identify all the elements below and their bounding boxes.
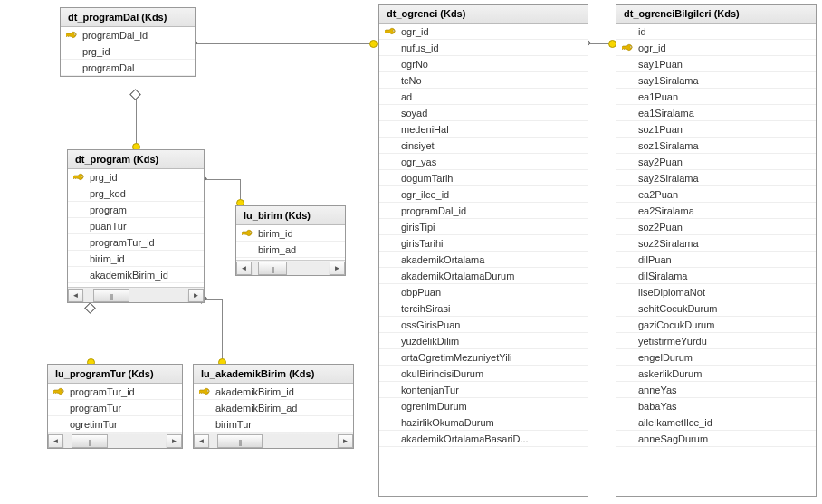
- column-list[interactable]: ogr_idnufus_idogrNotcNoadsoyadmedeniHalc…: [379, 24, 588, 496]
- column-row[interactable]: obpPuan: [379, 284, 588, 300]
- column-row[interactable]: dilPuan: [616, 252, 816, 268]
- column-row[interactable]: babaYas: [616, 398, 816, 414]
- column-name: puanTur: [86, 221, 127, 232]
- column-row[interactable]: programDal_id: [61, 27, 195, 43]
- horizontal-scrollbar[interactable]: ◄ ||| ►: [194, 433, 353, 448]
- column-row[interactable]: ogr_id: [616, 40, 816, 56]
- column-name: kontenjanTur: [397, 385, 459, 395]
- scroll-left-button[interactable]: ◄: [68, 289, 83, 302]
- column-row[interactable]: say2Siralama: [616, 170, 816, 186]
- column-row[interactable]: prg_id: [68, 169, 204, 185]
- column-list[interactable]: idogr_idsay1Puansay1Siralamaea1Puanea1Si…: [616, 24, 816, 496]
- column-row[interactable]: birim_id: [236, 225, 345, 242]
- column-row[interactable]: say1Puan: [616, 56, 816, 72]
- table-title: dt_ogrenci (Kds): [379, 5, 588, 24]
- column-row[interactable]: girisTipi: [379, 219, 588, 235]
- column-row[interactable]: girisTarihi: [379, 235, 588, 252]
- column-row[interactable]: ogrNo: [379, 56, 588, 72]
- column-row[interactable]: program: [68, 202, 204, 218]
- column-row[interactable]: birim_ad: [236, 242, 345, 258]
- column-row[interactable]: akademikOrtalama: [379, 252, 588, 268]
- primary-key-icon: [240, 228, 254, 239]
- column-row[interactable]: cinsiyet: [379, 138, 588, 154]
- scroll-right-button[interactable]: ►: [167, 434, 182, 448]
- column-row[interactable]: soz2Siralama: [616, 235, 816, 252]
- column-row[interactable]: hazirlikOkumaDurum: [379, 414, 588, 431]
- column-row[interactable]: ogretimTur: [48, 416, 182, 433]
- scroll-right-button[interactable]: ►: [330, 262, 345, 275]
- column-row[interactable]: soyad: [379, 105, 588, 121]
- scroll-left-button[interactable]: ◄: [48, 434, 63, 448]
- column-row[interactable]: aileIkametIlce_id: [616, 414, 816, 431]
- column-name: engelDurum: [635, 352, 693, 363]
- column-row[interactable]: akademikBirim_ad: [194, 400, 353, 416]
- column-row[interactable]: birimTur: [194, 416, 353, 433]
- column-row[interactable]: programDal: [61, 60, 195, 76]
- column-row[interactable]: soz1Siralama: [616, 138, 816, 154]
- column-row[interactable]: ea2Puan: [616, 186, 816, 203]
- column-row[interactable]: say1Siralama: [616, 72, 816, 89]
- column-row[interactable]: liseDiplomaNot: [616, 284, 816, 300]
- column-row[interactable]: programTur: [48, 400, 182, 416]
- column-row[interactable]: puanTur: [68, 218, 204, 234]
- column-row[interactable]: medeniHal: [379, 121, 588, 138]
- column-row[interactable]: anneSagDurum: [616, 431, 816, 447]
- scroll-left-button[interactable]: ◄: [236, 262, 252, 275]
- column-row[interactable]: ortaOgretimMezuniyetYili: [379, 349, 588, 366]
- column-row[interactable]: dogumTarih: [379, 170, 588, 186]
- column-row[interactable]: ea1Puan: [616, 89, 816, 105]
- column-row[interactable]: ea1Siralama: [616, 105, 816, 121]
- column-row[interactable]: kontenjanTur: [379, 382, 588, 398]
- column-row[interactable]: sehitCocukDurum: [616, 300, 816, 317]
- horizontal-scrollbar[interactable]: ◄ ||| ►: [48, 433, 182, 448]
- column-row[interactable]: akademikOrtalamaDurum: [379, 268, 588, 284]
- scroll-left-button[interactable]: ◄: [194, 434, 209, 448]
- column-row[interactable]: prg_id: [61, 43, 195, 60]
- column-row[interactable]: tcNo: [379, 72, 588, 89]
- column-row[interactable]: programTur_id: [68, 234, 204, 251]
- horizontal-scrollbar[interactable]: ◄ ||| ►: [68, 287, 204, 302]
- column-name: akademikOrtalama: [397, 254, 484, 265]
- column-row[interactable]: ogrenimDurum: [379, 398, 588, 414]
- column-row[interactable]: nufus_id: [379, 40, 588, 56]
- column-row[interactable]: ossGirisPuan: [379, 317, 588, 333]
- column-name: programTur_id: [86, 237, 155, 248]
- column-row[interactable]: akademikOrtalamaBasariD...: [379, 431, 588, 447]
- column-row[interactable]: id: [616, 24, 816, 40]
- column-row[interactable]: gaziCocukDurum: [616, 317, 816, 333]
- column-row[interactable]: tercihSirasi: [379, 300, 588, 317]
- table-lu-akademikbirim[interactable]: lu_akademikBirim (Kds) akademikBirim_ida…: [193, 364, 354, 449]
- column-row[interactable]: ad: [379, 89, 588, 105]
- column-row[interactable]: soz2Puan: [616, 219, 816, 235]
- column-name: liseDiplomaNot: [635, 287, 705, 298]
- horizontal-scrollbar[interactable]: ◄ ||| ►: [236, 260, 345, 275]
- column-row[interactable]: anneYas: [616, 382, 816, 398]
- column-row[interactable]: birim_id: [68, 251, 204, 267]
- column-row[interactable]: ogr_id: [379, 24, 588, 40]
- column-row[interactable]: ea2Siralama: [616, 203, 816, 219]
- column-name: obpPuan: [397, 287, 441, 298]
- column-row[interactable]: programDal_id: [379, 203, 588, 219]
- column-row[interactable]: yuzdelikDilim: [379, 333, 588, 349]
- column-row[interactable]: akademikBirim_id: [68, 267, 204, 283]
- column-row[interactable]: dilSiralama: [616, 268, 816, 284]
- table-lu-birim[interactable]: lu_birim (Kds) birim_idbirim_ad ◄ ||| ►: [235, 205, 346, 276]
- column-row[interactable]: okulBirincisiDurum: [379, 366, 588, 382]
- table-lu-programtur[interactable]: lu_programTur (Kds) programTur_idprogram…: [47, 364, 183, 449]
- table-dt-ogrencibilgileri[interactable]: dt_ogrenciBilgileri (Kds) idogr_idsay1Pu…: [616, 4, 817, 497]
- column-row[interactable]: soz1Puan: [616, 121, 816, 138]
- column-row[interactable]: askerlikDurum: [616, 366, 816, 382]
- column-row[interactable]: engelDurum: [616, 349, 816, 366]
- column-row[interactable]: yetistirmeYurdu: [616, 333, 816, 349]
- table-dt-ogrenci[interactable]: dt_ogrenci (Kds) ogr_idnufus_idogrNotcNo…: [378, 4, 588, 497]
- column-row[interactable]: programTur_id: [48, 384, 182, 400]
- scroll-right-button[interactable]: ►: [338, 434, 353, 448]
- table-dt-programdal[interactable]: dt_programDal (Kds) programDal_idprg_idp…: [60, 7, 196, 77]
- column-row[interactable]: say2Puan: [616, 154, 816, 170]
- column-row[interactable]: ogr_yas: [379, 154, 588, 170]
- scroll-right-button[interactable]: ►: [188, 289, 204, 302]
- table-dt-program[interactable]: dt_program (Kds) prg_idprg_kodprogrampua…: [67, 149, 205, 303]
- column-row[interactable]: ogr_ilce_id: [379, 186, 588, 203]
- column-row[interactable]: akademikBirim_id: [194, 384, 353, 400]
- column-row[interactable]: prg_kod: [68, 185, 204, 202]
